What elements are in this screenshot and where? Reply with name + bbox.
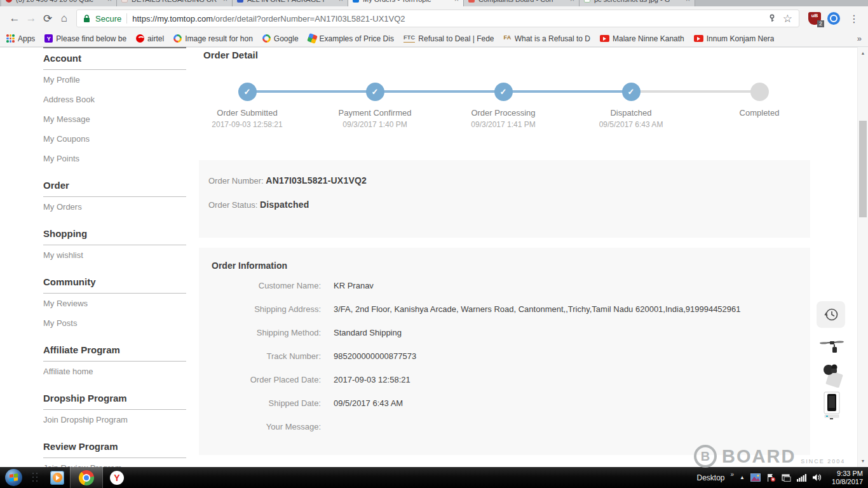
chrome-menu-icon[interactable]: ⋮	[846, 13, 862, 25]
recently-viewed-product-drone[interactable]	[818, 336, 845, 359]
desktop-toolbar-label[interactable]: Desktop	[696, 473, 724, 482]
bookmarks-overflow-icon[interactable]: »	[857, 34, 862, 43]
extensions-area: uB 2 ⋮	[808, 12, 862, 25]
bookmark-item[interactable]: FA What is a Refusal to D	[504, 34, 591, 43]
bookmark-item[interactable]: Y Please find below be	[44, 34, 126, 43]
info-label: Track Number:	[212, 351, 321, 361]
tab-title: ALL IN ONE PACKAGE F	[247, 0, 335, 3]
yandex-taskbar-icon[interactable]: Y	[103, 467, 131, 488]
tab-close-icon[interactable]: ×	[454, 0, 459, 4]
tab-close-icon[interactable]: ×	[686, 0, 690, 4]
show-hidden-icons-button[interactable]: ▲	[740, 475, 745, 480]
ublock-extension-icon[interactable]: uB 2	[808, 12, 821, 25]
browser-tab[interactable]: pc screenshot as jpg - G ×	[580, 0, 695, 6]
browser-tab[interactable]: (3) 20 490 49 20 00 Quic ×	[1, 0, 117, 6]
photo-viewer-tray-icon[interactable]	[750, 473, 761, 482]
media-player-taskbar-icon[interactable]	[44, 467, 70, 488]
bookmark-item[interactable]: Innum Konjam Nera	[694, 34, 775, 43]
youtube-icon	[694, 35, 703, 42]
tab-title: My Orders - TomTopic	[363, 0, 451, 3]
scroll-up-icon[interactable]: ▲	[858, 48, 868, 58]
sparkle-icon	[307, 33, 318, 44]
sidebar-item-my-orders[interactable]: My Orders	[43, 197, 186, 217]
browser-tab[interactable]: ALL IN ONE PACKAGE F ×	[233, 0, 348, 6]
network-signal-icon[interactable]	[797, 474, 806, 482]
sidebar-item-my-wishlist[interactable]: My wishlist	[43, 245, 186, 265]
key-icon[interactable]	[768, 14, 776, 23]
tab-title: DETAILS REGARDING OR	[132, 0, 219, 3]
step-completed: Completed	[695, 64, 824, 129]
tab-close-icon[interactable]: ×	[339, 0, 343, 4]
bookmark-item[interactable]: FTC Refusal to Deal | Fede	[403, 34, 494, 43]
blue-circle-extension-icon[interactable]	[827, 12, 840, 25]
sidebar-section-affiliate: Affiliate Program Affiliate home	[43, 339, 186, 381]
google-icon	[262, 34, 271, 43]
step-date: 2017-09-03 12:58:21	[212, 120, 282, 129]
forward-icon[interactable]: →	[23, 10, 39, 27]
bookmark-item[interactable]: Google	[262, 34, 299, 43]
tab-close-icon[interactable]: ×	[223, 0, 227, 4]
apps-label: Apps	[18, 34, 35, 43]
step-label: Payment Confirmed	[339, 108, 412, 118]
reload-icon[interactable]: ⟳	[39, 10, 56, 27]
omnibox-divider	[126, 13, 127, 24]
apps-shortcut[interactable]: Apps	[6, 34, 35, 43]
tab-favicon	[121, 0, 128, 3]
back-icon[interactable]: ←	[6, 10, 23, 27]
bookmark-item[interactable]: Malare Ninne Kanath	[600, 34, 684, 43]
sidebar-item-address-book[interactable]: Address Book	[43, 90, 186, 109]
scrollbar-thumb[interactable]	[859, 121, 867, 217]
chrome-taskbar-icon-active[interactable]	[70, 467, 103, 488]
volume-speaker-icon[interactable]	[812, 473, 822, 482]
tab-close-icon[interactable]: ×	[570, 0, 574, 4]
home-icon[interactable]: ⌂	[56, 10, 72, 27]
tab-close-icon[interactable]: ×	[107, 0, 112, 4]
recently-viewed-product-phone[interactable]	[818, 390, 845, 421]
browser-tab[interactable]: DETAILS REGARDING OR ×	[117, 0, 233, 6]
sidebar-item-join-dropship[interactable]: Join Dropship Program	[43, 410, 186, 430]
step-dispatched: ✓ Dispatched 09/5/2017 6:43 AM	[567, 64, 695, 129]
sidebar-item-my-message[interactable]: My Message	[43, 109, 186, 129]
sidebar-item-my-reviews[interactable]: My Reviews	[43, 294, 186, 313]
info-value: KR Pranav	[334, 281, 374, 290]
step-order-processing: ✓ Order Processing 09/3/2017 1:41 PM	[439, 64, 567, 129]
window-tray-icon[interactable]	[782, 473, 791, 482]
sidebar-item-join-review[interactable]: Join Review Program	[43, 458, 186, 467]
sidebar-item-affiliate-home[interactable]: Affiliate home	[43, 362, 186, 381]
step-payment-confirmed: ✓ Payment Confirmed 09/3/2017 1:40 PM	[311, 64, 439, 129]
step-date: 09/5/2017 6:43 AM	[599, 120, 663, 129]
bookmark-item[interactable]: Examples of Price Dis	[308, 34, 394, 43]
bookmark-item[interactable]: airtel	[136, 34, 164, 43]
check-icon: ✓	[494, 83, 513, 101]
start-button[interactable]	[5, 469, 22, 486]
page-scrollbar[interactable]: ▲ ▼	[857, 47, 868, 467]
sidebar-item-my-profile[interactable]: My Profile	[43, 70, 186, 90]
sidebar-item-my-coupons[interactable]: My Coupons	[43, 129, 186, 149]
browser-tab[interactable]: Complaints Board - Con ×	[464, 0, 580, 6]
desktop-toolbar-chevron-icon[interactable]: »	[731, 471, 735, 478]
sidebar-item-my-posts[interactable]: My Posts	[43, 313, 186, 333]
bookmark-star-icon[interactable]: ☆	[783, 12, 792, 25]
page-title: Order Detail	[203, 50, 258, 60]
address-bar[interactable]: Secure https://my.tomtop.com/order/detai…	[76, 10, 799, 27]
scroll-down-icon[interactable]: ▼	[858, 456, 868, 466]
sidebar-item-my-points[interactable]: My Points	[43, 149, 186, 168]
bookmark-label: airtel	[147, 34, 164, 43]
browser-tab-active[interactable]: My Orders - TomTopic ×	[348, 0, 464, 6]
recently-viewed-product-lens[interactable]	[818, 361, 845, 389]
step-label: Completed	[740, 108, 780, 118]
sidebar-section-order: Order My Orders	[43, 174, 186, 217]
action-center-flag-icon[interactable]	[766, 473, 776, 482]
url-text[interactable]: https://my.tomtop.com/order/detail?order…	[132, 14, 405, 24]
section-title: Shopping	[43, 222, 186, 245]
order-information-title: Order Information	[212, 261, 797, 271]
info-value: Standard Shipping	[334, 328, 402, 337]
recently-viewed-button[interactable]	[817, 301, 845, 328]
secure-label[interactable]: Secure	[95, 14, 121, 24]
tab-strip: (3) 20 490 49 20 00 Quic × DETAILS REGAR…	[0, 0, 868, 6]
bookmark-item[interactable]: Image result for hon	[173, 34, 253, 43]
sidebar-section-dropship: Dropship Program Join Dropship Program	[43, 387, 186, 430]
youtube-icon	[600, 35, 609, 42]
taskbar-clock[interactable]: 9:33 PM 10/8/2017	[827, 470, 863, 486]
section-title: Order	[43, 174, 186, 197]
